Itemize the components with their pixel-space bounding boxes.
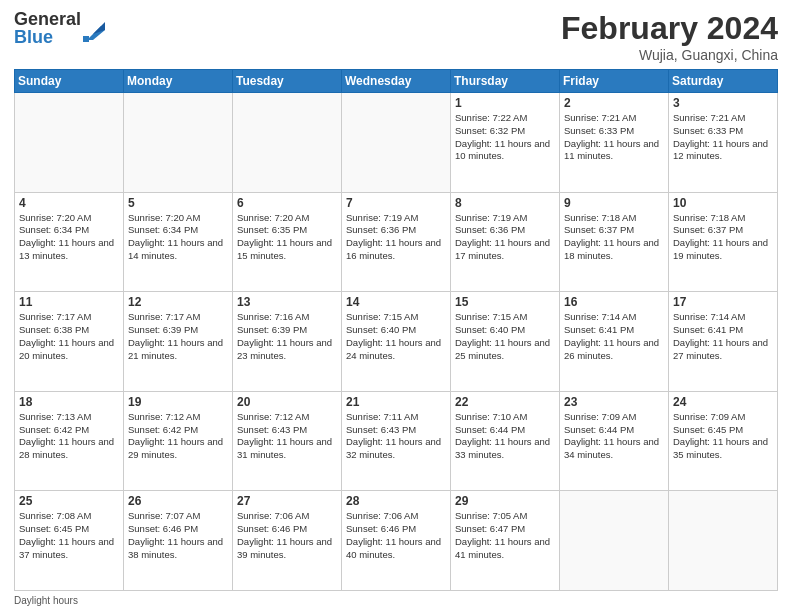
svg-rect-2 <box>83 36 89 42</box>
calendar-week-row: 4Sunrise: 7:20 AM Sunset: 6:34 PM Daylig… <box>15 192 778 292</box>
day-number: 20 <box>237 395 337 409</box>
calendar-week-row: 18Sunrise: 7:13 AM Sunset: 6:42 PM Dayli… <box>15 391 778 491</box>
day-info: Sunrise: 7:14 AM Sunset: 6:41 PM Dayligh… <box>673 311 773 362</box>
day-number: 10 <box>673 196 773 210</box>
day-info: Sunrise: 7:18 AM Sunset: 6:37 PM Dayligh… <box>673 212 773 263</box>
day-info: Sunrise: 7:12 AM Sunset: 6:43 PM Dayligh… <box>237 411 337 462</box>
day-info: Sunrise: 7:15 AM Sunset: 6:40 PM Dayligh… <box>346 311 446 362</box>
day-info: Sunrise: 7:11 AM Sunset: 6:43 PM Dayligh… <box>346 411 446 462</box>
day-number: 21 <box>346 395 446 409</box>
day-number: 6 <box>237 196 337 210</box>
table-row <box>669 491 778 591</box>
day-number: 5 <box>128 196 228 210</box>
table-row: 7Sunrise: 7:19 AM Sunset: 6:36 PM Daylig… <box>342 192 451 292</box>
table-row: 19Sunrise: 7:12 AM Sunset: 6:42 PM Dayli… <box>124 391 233 491</box>
day-number: 11 <box>19 295 119 309</box>
day-info: Sunrise: 7:09 AM Sunset: 6:44 PM Dayligh… <box>564 411 664 462</box>
table-row: 18Sunrise: 7:13 AM Sunset: 6:42 PM Dayli… <box>15 391 124 491</box>
day-number: 19 <box>128 395 228 409</box>
table-row: 29Sunrise: 7:05 AM Sunset: 6:47 PM Dayli… <box>451 491 560 591</box>
logo-icon <box>83 12 105 42</box>
table-row: 4Sunrise: 7:20 AM Sunset: 6:34 PM Daylig… <box>15 192 124 292</box>
calendar-day-header: Monday <box>124 70 233 93</box>
day-info: Sunrise: 7:06 AM Sunset: 6:46 PM Dayligh… <box>346 510 446 561</box>
day-info: Sunrise: 7:20 AM Sunset: 6:35 PM Dayligh… <box>237 212 337 263</box>
calendar-day-header: Friday <box>560 70 669 93</box>
calendar-day-header: Sunday <box>15 70 124 93</box>
logo-blue-text: Blue <box>14 28 81 46</box>
day-info: Sunrise: 7:05 AM Sunset: 6:47 PM Dayligh… <box>455 510 555 561</box>
day-number: 28 <box>346 494 446 508</box>
day-number: 29 <box>455 494 555 508</box>
table-row: 20Sunrise: 7:12 AM Sunset: 6:43 PM Dayli… <box>233 391 342 491</box>
table-row: 23Sunrise: 7:09 AM Sunset: 6:44 PM Dayli… <box>560 391 669 491</box>
day-info: Sunrise: 7:13 AM Sunset: 6:42 PM Dayligh… <box>19 411 119 462</box>
header: General Blue February 2024 Wujia, Guangx… <box>14 10 778 63</box>
day-info: Sunrise: 7:08 AM Sunset: 6:45 PM Dayligh… <box>19 510 119 561</box>
day-number: 8 <box>455 196 555 210</box>
calendar-table: SundayMondayTuesdayWednesdayThursdayFrid… <box>14 69 778 591</box>
table-row: 5Sunrise: 7:20 AM Sunset: 6:34 PM Daylig… <box>124 192 233 292</box>
footer-note: Daylight hours <box>14 595 778 606</box>
table-row: 17Sunrise: 7:14 AM Sunset: 6:41 PM Dayli… <box>669 292 778 392</box>
table-row: 28Sunrise: 7:06 AM Sunset: 6:46 PM Dayli… <box>342 491 451 591</box>
day-number: 24 <box>673 395 773 409</box>
day-info: Sunrise: 7:17 AM Sunset: 6:38 PM Dayligh… <box>19 311 119 362</box>
table-row: 6Sunrise: 7:20 AM Sunset: 6:35 PM Daylig… <box>233 192 342 292</box>
day-number: 1 <box>455 96 555 110</box>
table-row: 13Sunrise: 7:16 AM Sunset: 6:39 PM Dayli… <box>233 292 342 392</box>
day-info: Sunrise: 7:09 AM Sunset: 6:45 PM Dayligh… <box>673 411 773 462</box>
day-number: 23 <box>564 395 664 409</box>
table-row: 10Sunrise: 7:18 AM Sunset: 6:37 PM Dayli… <box>669 192 778 292</box>
table-row: 21Sunrise: 7:11 AM Sunset: 6:43 PM Dayli… <box>342 391 451 491</box>
day-number: 2 <box>564 96 664 110</box>
day-info: Sunrise: 7:21 AM Sunset: 6:33 PM Dayligh… <box>564 112 664 163</box>
day-number: 17 <box>673 295 773 309</box>
day-info: Sunrise: 7:19 AM Sunset: 6:36 PM Dayligh… <box>346 212 446 263</box>
day-number: 15 <box>455 295 555 309</box>
calendar-week-row: 11Sunrise: 7:17 AM Sunset: 6:38 PM Dayli… <box>15 292 778 392</box>
day-info: Sunrise: 7:22 AM Sunset: 6:32 PM Dayligh… <box>455 112 555 163</box>
day-number: 22 <box>455 395 555 409</box>
day-info: Sunrise: 7:18 AM Sunset: 6:37 PM Dayligh… <box>564 212 664 263</box>
table-row <box>233 93 342 193</box>
table-row: 22Sunrise: 7:10 AM Sunset: 6:44 PM Dayli… <box>451 391 560 491</box>
table-row: 26Sunrise: 7:07 AM Sunset: 6:46 PM Dayli… <box>124 491 233 591</box>
day-number: 27 <box>237 494 337 508</box>
month-title: February 2024 <box>561 10 778 47</box>
table-row: 3Sunrise: 7:21 AM Sunset: 6:33 PM Daylig… <box>669 93 778 193</box>
calendar-day-header: Saturday <box>669 70 778 93</box>
table-row: 16Sunrise: 7:14 AM Sunset: 6:41 PM Dayli… <box>560 292 669 392</box>
day-number: 12 <box>128 295 228 309</box>
day-number: 16 <box>564 295 664 309</box>
title-block: February 2024 Wujia, Guangxi, China <box>561 10 778 63</box>
day-info: Sunrise: 7:07 AM Sunset: 6:46 PM Dayligh… <box>128 510 228 561</box>
table-row: 1Sunrise: 7:22 AM Sunset: 6:32 PM Daylig… <box>451 93 560 193</box>
calendar-day-header: Wednesday <box>342 70 451 93</box>
day-number: 7 <box>346 196 446 210</box>
table-row: 15Sunrise: 7:15 AM Sunset: 6:40 PM Dayli… <box>451 292 560 392</box>
day-number: 25 <box>19 494 119 508</box>
day-info: Sunrise: 7:16 AM Sunset: 6:39 PM Dayligh… <box>237 311 337 362</box>
day-number: 26 <box>128 494 228 508</box>
table-row <box>15 93 124 193</box>
table-row <box>560 491 669 591</box>
day-number: 18 <box>19 395 119 409</box>
day-number: 13 <box>237 295 337 309</box>
day-number: 9 <box>564 196 664 210</box>
day-info: Sunrise: 7:21 AM Sunset: 6:33 PM Dayligh… <box>673 112 773 163</box>
table-row: 2Sunrise: 7:21 AM Sunset: 6:33 PM Daylig… <box>560 93 669 193</box>
calendar-day-header: Thursday <box>451 70 560 93</box>
logo: General Blue <box>14 10 105 46</box>
calendar-week-row: 25Sunrise: 7:08 AM Sunset: 6:45 PM Dayli… <box>15 491 778 591</box>
location: Wujia, Guangxi, China <box>561 47 778 63</box>
day-info: Sunrise: 7:20 AM Sunset: 6:34 PM Dayligh… <box>19 212 119 263</box>
table-row: 8Sunrise: 7:19 AM Sunset: 6:36 PM Daylig… <box>451 192 560 292</box>
table-row: 12Sunrise: 7:17 AM Sunset: 6:39 PM Dayli… <box>124 292 233 392</box>
day-info: Sunrise: 7:12 AM Sunset: 6:42 PM Dayligh… <box>128 411 228 462</box>
day-info: Sunrise: 7:19 AM Sunset: 6:36 PM Dayligh… <box>455 212 555 263</box>
table-row <box>124 93 233 193</box>
table-row: 24Sunrise: 7:09 AM Sunset: 6:45 PM Dayli… <box>669 391 778 491</box>
table-row: 11Sunrise: 7:17 AM Sunset: 6:38 PM Dayli… <box>15 292 124 392</box>
day-info: Sunrise: 7:20 AM Sunset: 6:34 PM Dayligh… <box>128 212 228 263</box>
